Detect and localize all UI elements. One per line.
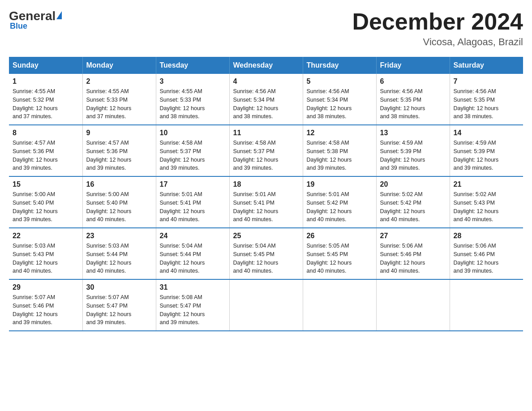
calendar-cell: 26Sunrise: 5:05 AMSunset: 5:45 PMDayligh… — [303, 228, 376, 279]
day-number: 26 — [307, 232, 373, 240]
day-number: 23 — [86, 232, 152, 240]
day-info: Sunrise: 5:00 AMSunset: 5:40 PMDaylight:… — [13, 190, 79, 224]
calendar-cell: 24Sunrise: 5:04 AMSunset: 5:44 PMDayligh… — [156, 228, 229, 279]
calendar-cell: 29Sunrise: 5:07 AMSunset: 5:46 PMDayligh… — [9, 279, 82, 331]
page-title: December 2024 — [352, 9, 523, 34]
day-info: Sunrise: 5:01 AMSunset: 5:41 PMDaylight:… — [233, 190, 299, 224]
day-info: Sunrise: 5:07 AMSunset: 5:46 PMDaylight:… — [13, 293, 79, 327]
logo-blue-text: Blue — [10, 21, 27, 31]
day-info: Sunrise: 4:55 AMSunset: 5:33 PMDaylight:… — [86, 87, 152, 121]
calendar-week-row: 15Sunrise: 5:00 AMSunset: 5:40 PMDayligh… — [9, 176, 523, 228]
calendar-cell: 30Sunrise: 5:07 AMSunset: 5:47 PMDayligh… — [82, 279, 156, 331]
logo-triangle-icon — [56, 11, 62, 19]
calendar-cell: 25Sunrise: 5:04 AMSunset: 5:45 PMDayligh… — [229, 228, 303, 279]
day-info: Sunrise: 4:56 AMSunset: 5:35 PMDaylight:… — [380, 87, 446, 121]
day-number: 16 — [86, 180, 152, 188]
day-number: 2 — [86, 77, 152, 86]
calendar-cell: 16Sunrise: 5:00 AMSunset: 5:40 PMDayligh… — [82, 176, 156, 228]
day-info: Sunrise: 4:58 AMSunset: 5:37 PMDaylight:… — [160, 139, 226, 172]
day-number: 28 — [454, 232, 520, 240]
day-number: 13 — [380, 129, 446, 137]
calendar-cell: 9Sunrise: 4:57 AMSunset: 5:36 PMDaylight… — [82, 125, 156, 176]
calendar-cell: 14Sunrise: 4:59 AMSunset: 5:39 PMDayligh… — [450, 125, 523, 176]
calendar-week-row: 22Sunrise: 5:03 AMSunset: 5:43 PMDayligh… — [9, 228, 523, 279]
title-section: December 2024 Vicosa, Alagoas, Brazil — [352, 9, 523, 48]
calendar-cell: 18Sunrise: 5:01 AMSunset: 5:41 PMDayligh… — [229, 176, 303, 228]
day-number: 3 — [160, 77, 226, 86]
day-number: 25 — [233, 232, 299, 240]
day-info: Sunrise: 4:59 AMSunset: 5:39 PMDaylight:… — [454, 139, 520, 172]
day-info: Sunrise: 5:02 AMSunset: 5:43 PMDaylight:… — [454, 190, 520, 224]
day-number: 31 — [160, 283, 226, 291]
header-sunday: Sunday — [9, 57, 82, 74]
calendar-cell: 5Sunrise: 4:56 AMSunset: 5:34 PMDaylight… — [303, 74, 376, 125]
day-info: Sunrise: 5:06 AMSunset: 5:46 PMDaylight:… — [454, 242, 520, 275]
calendar-header-row: SundayMondayTuesdayWednesdayThursdayFrid… — [9, 57, 523, 74]
day-number: 5 — [307, 77, 373, 86]
day-number: 1 — [13, 77, 79, 86]
page-header: General Blue December 2024 Vicosa, Alago… — [9, 9, 523, 48]
calendar-cell: 23Sunrise: 5:03 AMSunset: 5:44 PMDayligh… — [82, 228, 156, 279]
day-info: Sunrise: 5:00 AMSunset: 5:40 PMDaylight:… — [86, 190, 152, 224]
header-thursday: Thursday — [303, 57, 376, 74]
day-number: 30 — [86, 283, 152, 291]
calendar-cell: 1Sunrise: 4:55 AMSunset: 5:32 PMDaylight… — [9, 74, 82, 125]
day-info: Sunrise: 4:55 AMSunset: 5:32 PMDaylight:… — [13, 87, 79, 121]
calendar-cell: 27Sunrise: 5:06 AMSunset: 5:46 PMDayligh… — [376, 228, 450, 279]
day-info: Sunrise: 5:02 AMSunset: 5:42 PMDaylight:… — [380, 190, 446, 224]
day-number: 17 — [160, 180, 226, 188]
day-info: Sunrise: 4:56 AMSunset: 5:34 PMDaylight:… — [307, 87, 373, 121]
calendar-week-row: 1Sunrise: 4:55 AMSunset: 5:32 PMDaylight… — [9, 74, 523, 125]
header-friday: Friday — [376, 57, 450, 74]
header-wednesday: Wednesday — [229, 57, 303, 74]
day-info: Sunrise: 4:58 AMSunset: 5:37 PMDaylight:… — [233, 139, 299, 172]
calendar-cell: 28Sunrise: 5:06 AMSunset: 5:46 PMDayligh… — [450, 228, 523, 279]
day-number: 6 — [380, 77, 446, 86]
day-number: 29 — [13, 283, 79, 291]
day-info: Sunrise: 4:57 AMSunset: 5:36 PMDaylight:… — [86, 139, 152, 172]
calendar-cell: 19Sunrise: 5:01 AMSunset: 5:42 PMDayligh… — [303, 176, 376, 228]
calendar-table: SundayMondayTuesdayWednesdayThursdayFrid… — [9, 57, 523, 331]
logo: General Blue — [9, 9, 63, 31]
calendar-cell — [229, 279, 303, 331]
calendar-cell: 21Sunrise: 5:02 AMSunset: 5:43 PMDayligh… — [450, 176, 523, 228]
day-info: Sunrise: 4:59 AMSunset: 5:39 PMDaylight:… — [380, 139, 446, 172]
day-info: Sunrise: 5:01 AMSunset: 5:41 PMDaylight:… — [160, 190, 226, 224]
day-info: Sunrise: 5:06 AMSunset: 5:46 PMDaylight:… — [380, 242, 446, 275]
day-number: 10 — [160, 129, 226, 137]
day-number: 20 — [380, 180, 446, 188]
day-info: Sunrise: 5:08 AMSunset: 5:47 PMDaylight:… — [160, 293, 226, 327]
day-number: 7 — [454, 77, 520, 86]
calendar-cell — [303, 279, 376, 331]
calendar-week-row: 8Sunrise: 4:57 AMSunset: 5:36 PMDaylight… — [9, 125, 523, 176]
calendar-cell: 13Sunrise: 4:59 AMSunset: 5:39 PMDayligh… — [376, 125, 450, 176]
calendar-cell: 8Sunrise: 4:57 AMSunset: 5:36 PMDaylight… — [9, 125, 82, 176]
calendar-cell: 6Sunrise: 4:56 AMSunset: 5:35 PMDaylight… — [376, 74, 450, 125]
page-subtitle: Vicosa, Alagoas, Brazil — [352, 36, 523, 48]
calendar-cell: 17Sunrise: 5:01 AMSunset: 5:41 PMDayligh… — [156, 176, 229, 228]
day-info: Sunrise: 4:55 AMSunset: 5:33 PMDaylight:… — [160, 87, 226, 121]
day-number: 24 — [160, 232, 226, 240]
calendar-cell: 20Sunrise: 5:02 AMSunset: 5:42 PMDayligh… — [376, 176, 450, 228]
day-number: 9 — [86, 129, 152, 137]
day-number: 4 — [233, 77, 299, 86]
day-info: Sunrise: 5:04 AMSunset: 5:44 PMDaylight:… — [160, 242, 226, 275]
day-info: Sunrise: 5:03 AMSunset: 5:43 PMDaylight:… — [13, 242, 79, 275]
day-number: 19 — [307, 180, 373, 188]
day-number: 18 — [233, 180, 299, 188]
day-number: 27 — [380, 232, 446, 240]
header-monday: Monday — [82, 57, 156, 74]
day-number: 12 — [307, 129, 373, 137]
calendar-cell: 4Sunrise: 4:56 AMSunset: 5:34 PMDaylight… — [229, 74, 303, 125]
calendar-cell: 15Sunrise: 5:00 AMSunset: 5:40 PMDayligh… — [9, 176, 82, 228]
day-info: Sunrise: 4:56 AMSunset: 5:34 PMDaylight:… — [233, 87, 299, 121]
calendar-cell: 3Sunrise: 4:55 AMSunset: 5:33 PMDaylight… — [156, 74, 229, 125]
calendar-cell: 22Sunrise: 5:03 AMSunset: 5:43 PMDayligh… — [9, 228, 82, 279]
day-info: Sunrise: 4:58 AMSunset: 5:38 PMDaylight:… — [307, 139, 373, 172]
day-number: 15 — [13, 180, 79, 188]
header-tuesday: Tuesday — [156, 57, 229, 74]
calendar-cell: 11Sunrise: 4:58 AMSunset: 5:37 PMDayligh… — [229, 125, 303, 176]
day-number: 14 — [454, 129, 520, 137]
calendar-cell: 7Sunrise: 4:56 AMSunset: 5:35 PMDaylight… — [450, 74, 523, 125]
day-number: 22 — [13, 232, 79, 240]
